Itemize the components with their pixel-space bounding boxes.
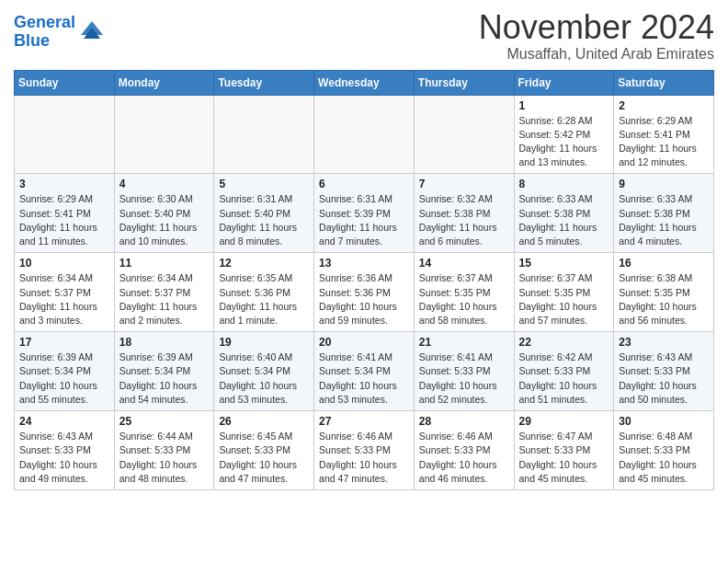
- day-info: Sunrise: 6:42 AM Sunset: 5:33 PM Dayligh…: [519, 350, 609, 407]
- logo-text: General Blue: [14, 14, 75, 51]
- day-info: Sunrise: 6:43 AM Sunset: 5:33 PM Dayligh…: [19, 430, 109, 486]
- calendar-cell: 11Sunrise: 6:34 AM Sunset: 5:37 PM Dayli…: [114, 253, 214, 332]
- calendar-cell: [314, 95, 415, 174]
- calendar-cell: 22Sunrise: 6:42 AM Sunset: 5:33 PM Dayli…: [514, 332, 614, 411]
- calendar-cell: 23Sunrise: 6:43 AM Sunset: 5:33 PM Dayli…: [614, 332, 714, 411]
- calendar-cell: 17Sunrise: 6:39 AM Sunset: 5:34 PM Dayli…: [15, 332, 115, 411]
- day-info: Sunrise: 6:38 AM Sunset: 5:35 PM Dayligh…: [619, 271, 709, 327]
- calendar-cell: [214, 95, 314, 174]
- calendar-cell: 30Sunrise: 6:48 AM Sunset: 5:33 PM Dayli…: [614, 411, 714, 490]
- calendar-cell: 10Sunrise: 6:34 AM Sunset: 5:37 PM Dayli…: [15, 253, 115, 332]
- calendar-cell: 21Sunrise: 6:41 AM Sunset: 5:33 PM Dayli…: [414, 332, 514, 411]
- day-number: 16: [619, 257, 709, 270]
- day-number: 14: [419, 257, 509, 270]
- day-info: Sunrise: 6:34 AM Sunset: 5:37 PM Dayligh…: [19, 271, 109, 327]
- calendar-cell: 6Sunrise: 6:31 AM Sunset: 5:39 PM Daylig…: [314, 174, 415, 253]
- day-info: Sunrise: 6:43 AM Sunset: 5:33 PM Dayligh…: [619, 350, 709, 407]
- day-number: 21: [419, 336, 509, 349]
- calendar-cell: 2Sunrise: 6:29 AM Sunset: 5:41 PM Daylig…: [614, 95, 714, 174]
- day-info: Sunrise: 6:46 AM Sunset: 5:33 PM Dayligh…: [419, 430, 509, 486]
- day-info: Sunrise: 6:31 AM Sunset: 5:39 PM Dayligh…: [319, 192, 409, 248]
- calendar-table: SundayMondayTuesdayWednesdayThursdayFrid…: [14, 70, 714, 490]
- day-number: 29: [519, 415, 609, 428]
- day-number: 9: [619, 178, 709, 190]
- day-info: Sunrise: 6:31 AM Sunset: 5:40 PM Dayligh…: [219, 192, 309, 248]
- calendar-cell: 16Sunrise: 6:38 AM Sunset: 5:35 PM Dayli…: [614, 253, 714, 332]
- day-number: 13: [319, 257, 409, 270]
- calendar-cell: 27Sunrise: 6:46 AM Sunset: 5:33 PM Dayli…: [314, 411, 415, 490]
- day-number: 18: [119, 336, 210, 349]
- weekday-header-saturday: Saturday: [614, 70, 714, 95]
- day-number: 23: [619, 336, 709, 349]
- calendar-cell: 18Sunrise: 6:39 AM Sunset: 5:34 PM Dayli…: [114, 332, 214, 411]
- day-number: 30: [619, 415, 709, 428]
- day-number: 25: [119, 415, 210, 428]
- day-info: Sunrise: 6:34 AM Sunset: 5:37 PM Dayligh…: [119, 271, 210, 327]
- calendar-week-row: 1Sunrise: 6:28 AM Sunset: 5:42 PM Daylig…: [15, 95, 714, 174]
- weekday-header-sunday: Sunday: [15, 70, 115, 95]
- calendar-cell: 28Sunrise: 6:46 AM Sunset: 5:33 PM Dayli…: [414, 411, 514, 490]
- calendar-cell: 14Sunrise: 6:37 AM Sunset: 5:35 PM Dayli…: [414, 253, 514, 332]
- day-info: Sunrise: 6:44 AM Sunset: 5:33 PM Dayligh…: [119, 430, 210, 486]
- day-info: Sunrise: 6:36 AM Sunset: 5:36 PM Dayligh…: [319, 271, 409, 327]
- day-number: 15: [519, 257, 609, 270]
- calendar-cell: 20Sunrise: 6:41 AM Sunset: 5:34 PM Dayli…: [314, 332, 415, 411]
- day-number: 27: [319, 415, 409, 428]
- day-number: 12: [219, 257, 309, 270]
- day-info: Sunrise: 6:45 AM Sunset: 5:33 PM Dayligh…: [219, 430, 309, 486]
- day-number: 5: [219, 178, 309, 190]
- day-info: Sunrise: 6:37 AM Sunset: 5:35 PM Dayligh…: [519, 271, 609, 327]
- day-number: 7: [419, 178, 509, 190]
- day-number: 2: [619, 99, 709, 112]
- logo-icon: [78, 18, 106, 46]
- calendar-week-row: 24Sunrise: 6:43 AM Sunset: 5:33 PM Dayli…: [15, 411, 714, 490]
- calendar-cell: 24Sunrise: 6:43 AM Sunset: 5:33 PM Dayli…: [15, 411, 115, 490]
- day-info: Sunrise: 6:35 AM Sunset: 5:36 PM Dayligh…: [219, 271, 309, 327]
- day-number: 17: [19, 336, 109, 349]
- day-info: Sunrise: 6:39 AM Sunset: 5:34 PM Dayligh…: [19, 350, 109, 407]
- day-number: 19: [219, 336, 309, 349]
- day-info: Sunrise: 6:32 AM Sunset: 5:38 PM Dayligh…: [419, 192, 509, 248]
- logo: General Blue: [14, 14, 106, 51]
- calendar-week-row: 10Sunrise: 6:34 AM Sunset: 5:37 PM Dayli…: [15, 253, 714, 332]
- calendar-cell: 7Sunrise: 6:32 AM Sunset: 5:38 PM Daylig…: [414, 174, 514, 253]
- calendar-cell: [414, 95, 514, 174]
- calendar-cell: 4Sunrise: 6:30 AM Sunset: 5:40 PM Daylig…: [114, 174, 214, 253]
- weekday-header-wednesday: Wednesday: [314, 70, 415, 95]
- calendar-cell: 3Sunrise: 6:29 AM Sunset: 5:41 PM Daylig…: [15, 174, 115, 253]
- weekday-header-row: SundayMondayTuesdayWednesdayThursdayFrid…: [15, 70, 714, 95]
- calendar-cell: 9Sunrise: 6:33 AM Sunset: 5:38 PM Daylig…: [614, 174, 714, 253]
- day-info: Sunrise: 6:28 AM Sunset: 5:42 PM Dayligh…: [519, 114, 609, 170]
- page-header: General Blue November 2024 Musaffah, Uni…: [14, 9, 714, 63]
- day-info: Sunrise: 6:33 AM Sunset: 5:38 PM Dayligh…: [619, 192, 709, 248]
- day-info: Sunrise: 6:29 AM Sunset: 5:41 PM Dayligh…: [19, 192, 109, 248]
- day-info: Sunrise: 6:41 AM Sunset: 5:33 PM Dayligh…: [419, 350, 509, 407]
- day-info: Sunrise: 6:46 AM Sunset: 5:33 PM Dayligh…: [319, 430, 409, 486]
- day-info: Sunrise: 6:40 AM Sunset: 5:34 PM Dayligh…: [219, 350, 309, 407]
- location-title: Musaffah, United Arab Emirates: [479, 46, 714, 63]
- day-info: Sunrise: 6:47 AM Sunset: 5:33 PM Dayligh…: [519, 430, 609, 486]
- day-info: Sunrise: 6:41 AM Sunset: 5:34 PM Dayligh…: [319, 350, 409, 407]
- day-info: Sunrise: 6:30 AM Sunset: 5:40 PM Dayligh…: [119, 192, 210, 248]
- weekday-header-thursday: Thursday: [414, 70, 514, 95]
- calendar-cell: 19Sunrise: 6:40 AM Sunset: 5:34 PM Dayli…: [214, 332, 314, 411]
- day-number: 1: [519, 99, 609, 112]
- calendar-cell: 15Sunrise: 6:37 AM Sunset: 5:35 PM Dayli…: [514, 253, 614, 332]
- weekday-header-tuesday: Tuesday: [214, 70, 314, 95]
- day-number: 26: [219, 415, 309, 428]
- day-number: 24: [19, 415, 109, 428]
- calendar-cell: [114, 95, 214, 174]
- day-number: 11: [119, 257, 210, 270]
- day-info: Sunrise: 6:37 AM Sunset: 5:35 PM Dayligh…: [419, 271, 509, 327]
- day-number: 4: [119, 178, 210, 190]
- calendar-cell: 29Sunrise: 6:47 AM Sunset: 5:33 PM Dayli…: [514, 411, 614, 490]
- calendar-cell: 26Sunrise: 6:45 AM Sunset: 5:33 PM Dayli…: [214, 411, 314, 490]
- calendar-cell: 25Sunrise: 6:44 AM Sunset: 5:33 PM Dayli…: [114, 411, 214, 490]
- calendar-cell: 5Sunrise: 6:31 AM Sunset: 5:40 PM Daylig…: [214, 174, 314, 253]
- day-number: 3: [19, 178, 109, 190]
- day-number: 22: [519, 336, 609, 349]
- day-info: Sunrise: 6:48 AM Sunset: 5:33 PM Dayligh…: [619, 430, 709, 486]
- calendar-cell: 1Sunrise: 6:28 AM Sunset: 5:42 PM Daylig…: [514, 95, 614, 174]
- calendar-week-row: 17Sunrise: 6:39 AM Sunset: 5:34 PM Dayli…: [15, 332, 714, 411]
- weekday-header-friday: Friday: [514, 70, 614, 95]
